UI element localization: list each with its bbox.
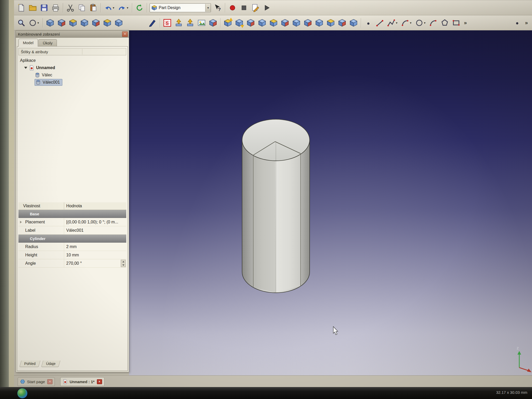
- nav-overflow-chevrons[interactable]: [525, 20, 528, 26]
- view-bottom-button[interactable]: [102, 17, 113, 29]
- nav-style-button[interactable]: [511, 17, 523, 28]
- panel-titlebar[interactable]: Kombinované zobrazení ×: [16, 31, 129, 38]
- placement-expander-icon[interactable]: [20, 221, 22, 223]
- polyline-tool-button[interactable]: [385, 17, 397, 29]
- tree-root-label: Aplikace: [20, 58, 36, 63]
- mouse-cursor: [333, 327, 338, 335]
- new-sketch-button[interactable]: [162, 17, 173, 29]
- cylinder-model[interactable]: [242, 119, 310, 293]
- placement-value[interactable]: [(0,00 0,00 1,00); 0 °; (0 m...: [64, 218, 126, 226]
- revolution-button[interactable]: [245, 17, 256, 29]
- tree-valec001-label: Válec001: [43, 80, 60, 85]
- point-tool-button[interactable]: [363, 17, 374, 29]
- tab-udaje[interactable]: Údaje: [41, 361, 60, 367]
- property-row-placement[interactable]: Placement [(0,00 0,00 1,00); 0 °; (0 m..…: [18, 218, 126, 226]
- tab-unnamed-document[interactable]: Unnamed : 1* ×: [60, 377, 104, 386]
- toolbar-overflow-chevrons[interactable]: [464, 20, 467, 26]
- view-top-icon: [69, 19, 77, 27]
- view-sketch-button[interactable]: [184, 17, 196, 29]
- view-top-button[interactable]: [67, 17, 79, 29]
- macro-stop-button[interactable]: [238, 2, 250, 14]
- spinner-down-icon[interactable]: [121, 263, 125, 267]
- angle-spinner[interactable]: [121, 260, 126, 267]
- fit-all-icon: [17, 19, 25, 27]
- view-front-button[interactable]: [56, 17, 67, 29]
- leave-sketch-button[interactable]: [173, 17, 184, 29]
- workbench-selector[interactable]: Part Design: [150, 3, 211, 12]
- view-axonometric-button[interactable]: [44, 17, 56, 29]
- expand-arrow-icon[interactable]: [24, 67, 27, 69]
- height-value[interactable]: 10 mm: [64, 251, 126, 259]
- property-row-radius[interactable]: Radius 2 mm: [18, 243, 126, 251]
- fit-all-button[interactable]: [16, 17, 27, 29]
- macro-record-button[interactable]: [227, 2, 238, 14]
- toolbar-separator: [63, 3, 63, 12]
- arc-tool-button[interactable]: [400, 17, 411, 29]
- draw-style-button[interactable]: [27, 17, 38, 29]
- workbench-selected-label: Part Design: [159, 5, 205, 10]
- undo-button[interactable]: [102, 2, 114, 14]
- property-row-angle[interactable]: Angle 270,00 °: [18, 259, 126, 268]
- label-label: Label: [18, 228, 64, 233]
- tab-start-page[interactable]: Start page ×: [18, 377, 55, 386]
- tab-ukoly[interactable]: Úkoly: [38, 39, 57, 46]
- pocket-button[interactable]: [234, 17, 245, 29]
- label-value[interactable]: Válec001: [64, 226, 126, 234]
- reorient-sketch-button[interactable]: [207, 17, 219, 29]
- tab-pohled[interactable]: Pohled: [19, 361, 40, 367]
- property-row-label[interactable]: Label Válec001: [18, 226, 126, 235]
- panel-close-button[interactable]: ×: [122, 31, 128, 37]
- map-sketch-button[interactable]: [196, 17, 207, 29]
- tab-model[interactable]: Model: [18, 39, 38, 46]
- print-button[interactable]: [50, 2, 61, 14]
- line-tool-icon: [376, 19, 384, 27]
- conics-tool-button[interactable]: [428, 17, 439, 29]
- workbench-dropdown-arrow[interactable]: [205, 4, 211, 12]
- line-tool-button[interactable]: [374, 17, 385, 29]
- groove-button[interactable]: [256, 17, 268, 29]
- refresh-button[interactable]: [134, 2, 145, 14]
- rectangle-tool-button[interactable]: [450, 17, 462, 29]
- spinner-up-icon[interactable]: [121, 260, 125, 263]
- tree-item-valec[interactable]: Válec: [18, 71, 126, 79]
- linear-pattern-button[interactable]: [314, 17, 325, 29]
- new-document-button[interactable]: [16, 2, 27, 14]
- radius-value[interactable]: 2 mm: [64, 243, 126, 251]
- tree-item-valec001[interactable]: Válec001: [18, 79, 126, 86]
- whats-this-button[interactable]: [212, 2, 223, 14]
- 3d-viewport[interactable]: z: [129, 30, 532, 375]
- leave-sketch-icon: [175, 19, 183, 27]
- view-rear-button[interactable]: [90, 17, 102, 29]
- mirrored-button[interactable]: [302, 17, 314, 29]
- redo-button[interactable]: [116, 2, 128, 14]
- tree-item-document[interactable]: Unnamed: [18, 64, 126, 71]
- cut-button[interactable]: [65, 2, 76, 14]
- macro-edit-button[interactable]: [250, 2, 261, 14]
- chamfer-button[interactable]: [279, 17, 291, 29]
- unnamed-close-button[interactable]: ×: [97, 379, 102, 384]
- macro-play-button[interactable]: [261, 2, 272, 14]
- windows-start-orb-icon[interactable]: [17, 388, 28, 398]
- copy-button[interactable]: [76, 2, 88, 14]
- edit-sketch-button[interactable]: [147, 17, 158, 29]
- fillet-button[interactable]: [268, 17, 279, 29]
- property-row-height[interactable]: Height 10 mm: [18, 251, 126, 259]
- save-document-button[interactable]: [38, 2, 50, 14]
- scaled-button[interactable]: [336, 17, 348, 29]
- pad-button[interactable]: [222, 17, 234, 29]
- paste-button[interactable]: [88, 2, 99, 14]
- multitransform-button[interactable]: [348, 17, 359, 29]
- angle-value[interactable]: 270,00 °: [64, 259, 126, 267]
- polar-pattern-button[interactable]: [325, 17, 336, 29]
- tree-root-application[interactable]: Aplikace: [18, 57, 126, 64]
- cylinder-feature-icon: [35, 79, 41, 85]
- conics-tool-icon: [429, 19, 437, 27]
- polygon-tool-button[interactable]: [439, 17, 450, 29]
- circle-tool-button[interactable]: [414, 17, 425, 29]
- start-page-close-button[interactable]: ×: [47, 379, 52, 384]
- view-left-button[interactable]: [113, 17, 124, 29]
- draft-button[interactable]: [291, 17, 302, 29]
- view-right-button[interactable]: [79, 17, 90, 29]
- windows-taskbar[interactable]: 32.17 x 30.03 mm: [0, 387, 532, 399]
- open-document-button[interactable]: [27, 2, 38, 14]
